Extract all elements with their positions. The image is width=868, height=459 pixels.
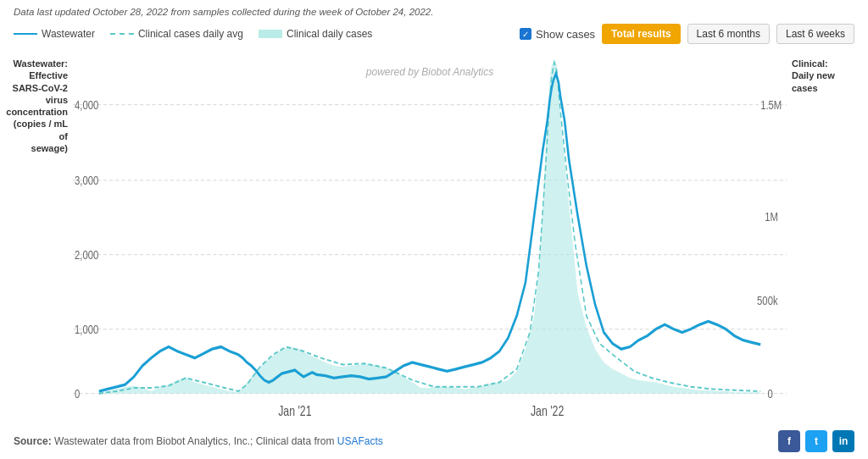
source-prefix: Wastewater data from Biobot Analytics, I… xyxy=(54,435,337,447)
clinical-daily-bar-icon xyxy=(259,30,282,38)
chart-svg: 4,000 3,000 2,000 1,000 0 1.5M 1M 500k 0… xyxy=(73,49,787,427)
total-results-button[interactable]: Total results xyxy=(602,24,680,44)
main-container: Data last updated October 28, 2022 from … xyxy=(0,0,868,459)
legend: Wastewater Clinical cases daily avg Clin… xyxy=(14,28,372,40)
svg-text:2,000: 2,000 xyxy=(75,248,98,263)
svg-text:3,000: 3,000 xyxy=(75,174,98,188)
chart-svg-container: powered by Biobot Analytics 4,000 3,000 … xyxy=(73,49,787,427)
clinical-daily-area xyxy=(99,60,760,394)
svg-text:1.5M: 1.5M xyxy=(760,97,782,112)
svg-text:Jan '22: Jan '22 xyxy=(531,403,564,418)
wastewater-line-icon xyxy=(14,33,37,35)
legend-wastewater: Wastewater xyxy=(14,28,95,40)
legend-clinical-daily: Clinical daily cases xyxy=(259,28,372,40)
svg-text:1,000: 1,000 xyxy=(75,322,98,336)
y-axis-right-title: Clinical:Daily newcases xyxy=(792,58,835,94)
chart-area: Wastewater:EffectiveSARS-CoV-2virusconce… xyxy=(14,49,854,427)
svg-text:1M: 1M xyxy=(765,210,778,224)
last-6-weeks-button[interactable]: Last 6 weeks xyxy=(776,24,854,44)
y-axis-left-title: Wastewater:EffectiveSARS-CoV-2virusconce… xyxy=(6,58,68,154)
usafacts-link[interactable]: USAFacts xyxy=(337,435,383,447)
facebook-icon[interactable]: f xyxy=(778,430,800,452)
legend-clinical-avg-label: Clinical cases daily avg xyxy=(138,28,243,40)
twitter-icon[interactable]: t xyxy=(805,430,827,452)
social-icons: f t in xyxy=(778,430,854,452)
svg-text:Jan '21: Jan '21 xyxy=(278,403,311,418)
svg-text:0: 0 xyxy=(75,387,80,401)
right-controls: ✓ Show cases Total results Last 6 months… xyxy=(520,24,854,44)
legend-wastewater-label: Wastewater xyxy=(42,28,95,40)
legend-clinical-avg: Clinical cases daily avg xyxy=(110,28,243,40)
svg-text:0: 0 xyxy=(767,387,772,401)
show-cases-control[interactable]: ✓ Show cases xyxy=(520,28,595,41)
wastewater-line xyxy=(99,74,760,391)
last-6-months-button[interactable]: Last 6 months xyxy=(687,24,770,44)
biobot-watermark: powered by Biobot Analytics xyxy=(366,66,493,78)
show-cases-label: Show cases xyxy=(536,28,595,41)
update-notice: Data last updated October 28, 2022 from … xyxy=(14,7,854,17)
source-row: Source: Wastewater data from Biobot Anal… xyxy=(14,430,854,452)
clinical-avg-line xyxy=(99,63,760,394)
y-axis-left: Wastewater:EffectiveSARS-CoV-2virusconce… xyxy=(14,49,73,427)
show-cases-checkbox[interactable]: ✓ xyxy=(520,28,531,40)
controls-row: Wastewater Clinical cases daily avg Clin… xyxy=(14,24,854,44)
svg-text:500k: 500k xyxy=(757,293,778,307)
svg-text:4,000: 4,000 xyxy=(75,97,98,112)
y-axis-right: Clinical:Daily newcases xyxy=(787,49,854,427)
linkedin-icon[interactable]: in xyxy=(832,430,854,452)
clinical-avg-line-icon xyxy=(110,33,134,35)
source-text: Source: Wastewater data from Biobot Anal… xyxy=(14,435,383,447)
legend-clinical-daily-label: Clinical daily cases xyxy=(287,28,372,40)
